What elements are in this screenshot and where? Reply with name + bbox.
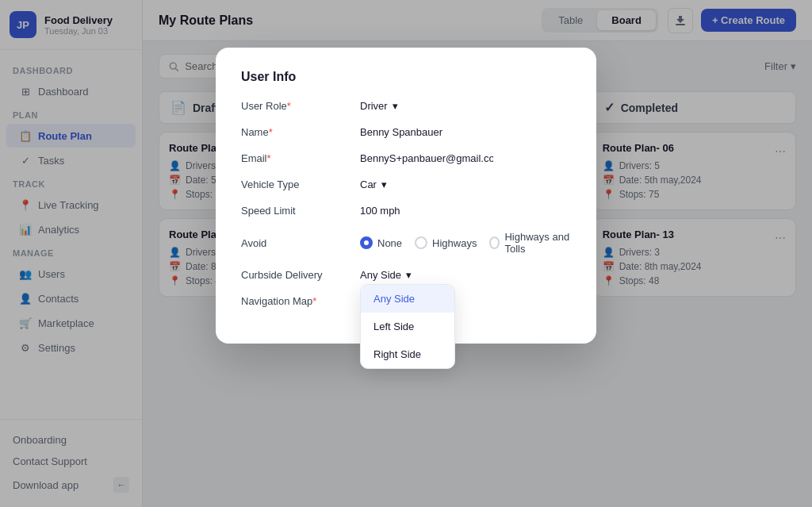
user-role-chevron-icon: ▾ (393, 100, 398, 112)
avoid-highways-tolls-option[interactable]: Highways and Tolls (489, 231, 571, 255)
curbside-row: Curbside Delivery Any Side ▾ Any Side Le… (241, 269, 571, 281)
curbside-dropdown[interactable]: Any Side ▾ (360, 269, 571, 281)
curbside-label: Curbside Delivery (241, 269, 360, 281)
name-row: Name* (241, 126, 571, 138)
vehicle-type-row: Vehicle Type Car ▾ (241, 179, 571, 190)
curbside-option-left-side[interactable]: Left Side (361, 313, 454, 340)
avoid-highways-label: Highways (432, 237, 477, 249)
email-input[interactable] (360, 152, 493, 164)
speed-limit-value: 100 mph (360, 205, 400, 217)
curbside-chevron-icon: ▾ (406, 269, 412, 281)
vehicle-type-chevron-icon: ▾ (381, 179, 387, 190)
avoid-highways-tolls-radio[interactable] (489, 236, 500, 249)
avoid-field: None Highways Highways and Tolls (360, 231, 571, 255)
user-role-row: User Role* Driver ▾ (241, 100, 571, 112)
modal-title: User Info (241, 70, 571, 84)
vehicle-type-value: Car (360, 179, 377, 190)
vehicle-type-field[interactable]: Car ▾ (360, 179, 571, 190)
speed-limit-row: Speed Limit 100 mph (241, 205, 571, 217)
modal-overlay[interactable]: User Info User Role* Driver ▾ Name* (0, 0, 812, 507)
vehicle-type-dropdown[interactable]: Car ▾ (360, 179, 571, 190)
user-role-field[interactable]: Driver ▾ (360, 100, 571, 112)
avoid-highways-tolls-label: Highways and Tolls (504, 231, 571, 255)
curbside-dropdown-menu: Any Side Left Side Right Side (360, 284, 455, 369)
avoid-radio-group: None Highways Highways and Tolls (360, 231, 571, 255)
avoid-highways-option[interactable]: Highways (415, 236, 477, 249)
name-label: Name* (241, 126, 360, 138)
curbside-field[interactable]: Any Side ▾ Any Side Left Side Right Side (360, 269, 571, 281)
vehicle-type-label: Vehicle Type (241, 179, 360, 190)
curbside-option-right-side[interactable]: Right Side (361, 340, 454, 368)
curbside-value: Any Side (360, 269, 401, 281)
name-input[interactable] (360, 126, 493, 138)
user-role-label: User Role* (241, 100, 360, 112)
nav-map-label: Navigation Map* (241, 295, 360, 307)
email-field[interactable] (360, 152, 571, 164)
avoid-label: Avoid (241, 237, 360, 249)
curbside-option-any-side[interactable]: Any Side (361, 285, 454, 313)
name-field[interactable] (360, 126, 571, 138)
user-info-modal: User Info User Role* Driver ▾ Name* (216, 48, 596, 344)
user-role-value: Driver (360, 100, 388, 112)
avoid-none-option[interactable]: None (360, 236, 402, 249)
email-row: Email* (241, 152, 571, 164)
avoid-row: Avoid None Highways Highways and Tolls (241, 231, 571, 255)
avoid-none-label: None (377, 237, 402, 249)
user-role-dropdown[interactable]: Driver ▾ (360, 100, 571, 112)
avoid-none-radio[interactable] (360, 236, 373, 249)
email-label: Email* (241, 152, 360, 164)
avoid-highways-radio[interactable] (415, 236, 427, 249)
speed-limit-label: Speed Limit (241, 205, 360, 217)
speed-limit-field: 100 mph (360, 205, 571, 217)
